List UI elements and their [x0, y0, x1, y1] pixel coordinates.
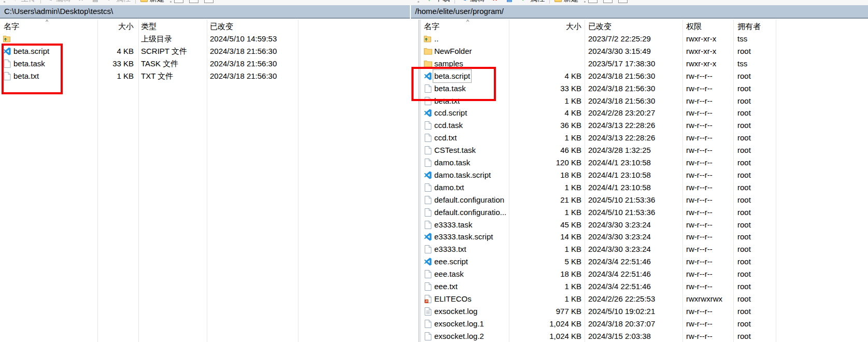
doc-icon: [424, 183, 432, 192]
new-button[interactable]: 新建: [137, 0, 167, 4]
file-row[interactable]: ccd.txt1 KB2024/3/13 22:28:26rw-r--r--ro…: [411, 132, 868, 144]
vscode-icon: [424, 258, 432, 266]
file-owner: root: [737, 181, 751, 194]
file-row[interactable]: eee.txt1 KB2024/3/4 22:51:46rw-r--r--roo…: [411, 280, 868, 293]
rename-button[interactable]: ▤: [88, 0, 103, 3]
delete-button[interactable]: ✕: [488, 0, 502, 3]
properties-icon: ✓: [520, 0, 528, 3]
local-path-bar[interactable]: C:\Users\admin\Desktop\testcs\: [0, 5, 410, 19]
file-owner: tss: [737, 33, 747, 45]
toolbar-separator: [454, 0, 455, 4]
edit-label: 编辑: [470, 0, 485, 4]
folder-icon: [424, 47, 432, 55]
file-row[interactable]: CSTest.task46 KB2024/3/28 1:32:25rw-r--r…: [411, 144, 868, 156]
file-changed: 2024/3/18 21:56:30: [588, 82, 655, 95]
file-name: e3333.task: [434, 219, 472, 231]
file-changed: 2024/3/4 22:51:46: [588, 255, 651, 268]
file-row[interactable]: exsocket.log.21,024 KB2024/3/15 2:03:38r…: [411, 330, 868, 342]
file-name: default.configuration: [434, 194, 504, 206]
toolbar-grip[interactable]: [584, 0, 586, 3]
file-row[interactable]: e3333.task45 KB2024/3/30 3:23:24rw-r--r-…: [411, 219, 868, 231]
download-button[interactable]: ↓ 下载: [422, 0, 453, 4]
file-row[interactable]: damo.task120 KB2024/4/1 23:10:58rw-r--r-…: [411, 156, 868, 169]
file-rights: rw-r--r--: [686, 330, 713, 342]
file-row[interactable]: exsocket.log.11,024 KB2024/3/18 20:37:07…: [411, 318, 868, 330]
properties-button[interactable]: ✓ 属性: [517, 0, 548, 4]
column-header-name[interactable]: 名字: [424, 20, 439, 33]
column-header-rights[interactable]: 权限: [686, 20, 702, 33]
file-owner: root: [737, 169, 751, 181]
edit-button[interactable]: ✎ 编辑: [42, 0, 74, 4]
file-name: ccd.txt: [434, 132, 457, 144]
file-row[interactable]: ccd.task36 KB2024/3/13 22:28:26rw-r--r--…: [411, 119, 868, 132]
file-owner: root: [737, 255, 751, 268]
file-row[interactable]: e3333.txt1 KB2024/3/30 3:23:24rw-r--r--r…: [411, 243, 868, 255]
column-header-owner[interactable]: 拥有者: [737, 20, 761, 33]
panel-up-view-button[interactable]: ↑: [174, 0, 183, 3]
edit-button[interactable]: ✎ 编辑: [457, 0, 488, 4]
file-row[interactable]: damo.task.script18 KB2024/4/1 23:10:58rw…: [411, 169, 868, 181]
doc-icon: [424, 196, 432, 204]
upload-button[interactable]: ↑ 上传: [8, 0, 39, 4]
file-row[interactable]: damo.txt1 KB2024/4/1 23:10:58rw-r--r--ro…: [411, 181, 868, 194]
local-column-headers: 名字 ^ 大小 类型 已改变: [0, 20, 411, 33]
new-folder-icon: [554, 0, 562, 2]
column-header-changed[interactable]: 已改变: [588, 20, 611, 33]
file-changed: 2024/3/4 22:51:46: [588, 280, 651, 293]
file-rights: rw-r--r--: [686, 181, 713, 194]
file-size: 1,024 KB: [500, 318, 581, 330]
doc-icon: [424, 208, 432, 217]
new-button[interactable]: 新建: [551, 0, 581, 4]
vscode-icon: [424, 233, 432, 241]
file-row[interactable]: default.configuration21 KB2024/5/10 21:5…: [411, 194, 868, 206]
file-owner: root: [737, 107, 751, 119]
file-rights: rw-r--r--: [686, 255, 713, 268]
toolbar-grip[interactable]: [4, 0, 5, 3]
file-row[interactable]: ccd.script4 KB2024/2/28 23:20:27rw-r--r-…: [411, 107, 868, 119]
file-owner: root: [737, 318, 751, 330]
file-row[interactable]: NewFolder2024/3/30 3:15:49rwxr-xr-xroot: [411, 45, 868, 58]
file-row[interactable]: eee.task18 KB2024/3/4 22:51:46rw-r--r--r…: [411, 268, 868, 280]
file-row[interactable]: default.configuratio...1 KB2024/5/10 21:…: [411, 206, 868, 219]
toolbar-grip[interactable]: [418, 0, 419, 3]
file-owner: root: [737, 231, 751, 243]
file-row[interactable]: e3333.task.script14 KB2024/3/30 3:23:24r…: [411, 231, 868, 243]
column-header-size[interactable]: 大小: [62, 20, 134, 33]
file-name: ELITECOs: [434, 293, 472, 305]
file-rights: rw-r--r--: [686, 119, 713, 132]
file-rights: rwxr-xr-x: [686, 45, 716, 58]
panel-up-view-button[interactable]: ↑: [588, 0, 597, 3]
file-rights: rw-r--r--: [686, 144, 713, 156]
folder-up-icon: [424, 35, 432, 43]
column-header-name[interactable]: 名字: [4, 20, 19, 33]
panel-blank-view-button[interactable]: [189, 0, 198, 3]
delete-button[interactable]: ✕: [74, 0, 88, 3]
panel-blank-view-button[interactable]: [603, 0, 613, 3]
column-header-size[interactable]: 大小: [500, 20, 581, 33]
properties-button[interactable]: ✓ 属性: [103, 0, 134, 4]
column-header-type[interactable]: 类型: [141, 20, 156, 33]
panel-down-view-button[interactable]: ↓: [204, 0, 214, 3]
file-owner: root: [737, 70, 751, 82]
file-owner: root: [737, 95, 751, 107]
file-rights: rw-r--r--: [686, 231, 713, 243]
sort-ascending-icon: ^: [46, 19, 48, 25]
file-size: 18 KB: [500, 169, 581, 181]
file-name: damo.task.script: [434, 169, 491, 181]
rename-button[interactable]: ▤: [502, 0, 517, 3]
file-rights: rw-r--r--: [686, 206, 713, 219]
file-name: NewFolder: [434, 45, 472, 58]
panel-down-view-button[interactable]: ↓: [618, 0, 628, 3]
file-name: ..: [434, 33, 438, 45]
doc-icon: [424, 221, 432, 229]
file-row[interactable]: ..2023/7/2 22:25:29rwxr-xr-xtss: [411, 33, 868, 45]
delete-icon: ✕: [491, 0, 499, 3]
file-row[interactable]: ELITECOs1 KB2024/2/26 22:25:53rwxrwxrwxr…: [411, 293, 868, 305]
column-header-changed[interactable]: 已改变: [210, 20, 233, 33]
toolbar-grip[interactable]: [170, 0, 172, 3]
file-row[interactable]: exsocket.log977 KB2024/5/10 19:02:21rw-r…: [411, 305, 868, 318]
file-size: 1 KB: [500, 181, 581, 194]
file-size: 1 KB: [500, 293, 581, 305]
file-row[interactable]: eee.script5 KB2024/3/4 22:51:46rw-r--r--…: [411, 255, 868, 268]
remote-path-bar[interactable]: /home/elite/user/program/: [411, 5, 868, 19]
